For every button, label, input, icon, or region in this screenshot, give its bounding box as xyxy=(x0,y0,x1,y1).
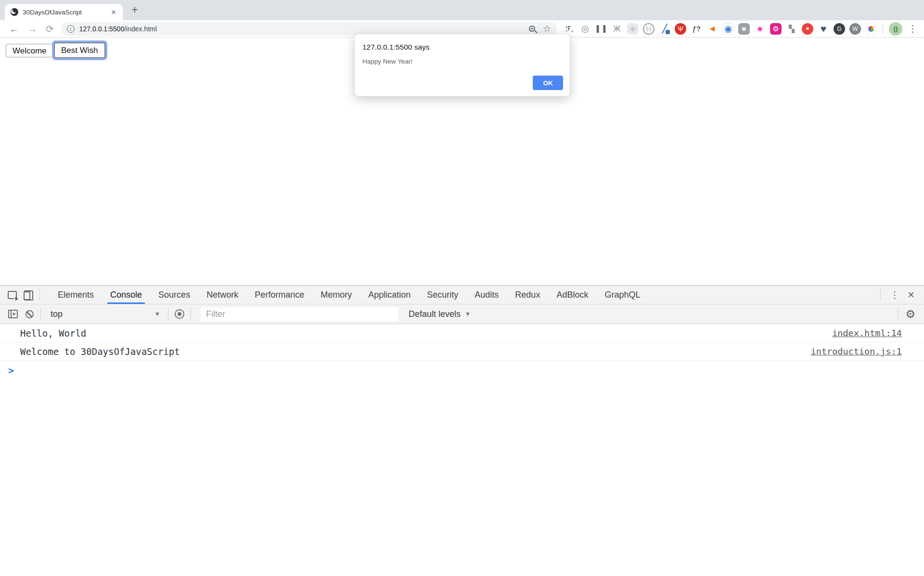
red-dot-icon[interactable]: ■ xyxy=(802,23,813,35)
devtools-tab-graphql[interactable]: GraphQL xyxy=(596,286,648,304)
bookmark-star-icon[interactable]: ☆ xyxy=(543,24,551,33)
best-wish-button[interactable]: Best Wish xyxy=(54,42,105,58)
devtools-tab-console[interactable]: Console xyxy=(102,286,150,304)
address-bar[interactable]: 127.0.0.1:5500/index.html ☆ xyxy=(61,22,557,36)
chevron-down-icon: ▼ xyxy=(465,311,471,317)
welcome-button[interactable]: Welcome xyxy=(6,44,53,57)
console-settings-gear-icon[interactable]: ⚙ xyxy=(901,309,919,320)
alert-dialog-title: 127.0.0.1:5500 says xyxy=(362,43,562,52)
console-toolbar-divider xyxy=(191,308,191,320)
devtools-divider xyxy=(39,288,40,301)
console-toolbar-divider xyxy=(168,308,168,320)
reload-icon[interactable]: ⟳ xyxy=(46,24,54,34)
megaphone-icon[interactable]: ◄ xyxy=(706,23,718,35)
devtools-tab-redux[interactable]: Redux xyxy=(507,286,548,304)
script-f-icon[interactable]: ℱ, xyxy=(564,23,575,35)
console-prompt[interactable]: > xyxy=(0,361,924,380)
braces-icon[interactable]: {-} xyxy=(643,23,654,35)
console-filter-input[interactable] xyxy=(201,307,398,321)
blocks-icon[interactable]: ▚ xyxy=(786,23,797,35)
url-text: 127.0.0.1:5500/index.html xyxy=(79,25,157,33)
bug-icon[interactable]: Ж xyxy=(611,23,623,35)
profile-avatar[interactable]: {} xyxy=(889,22,902,36)
site-info-icon[interactable] xyxy=(67,25,75,33)
split-bars-icon[interactable]: ▌▐ xyxy=(595,23,607,35)
live-expression-eye-icon[interactable] xyxy=(171,307,188,321)
devtools-tab-network[interactable]: Network xyxy=(198,286,246,304)
clear-console-icon[interactable] xyxy=(21,307,38,321)
tab-favicon-globe-icon xyxy=(11,8,18,16)
browser-tab[interactable]: 30DaysOfJavaScript × xyxy=(5,4,123,20)
orbit-icon[interactable]: ◎ xyxy=(579,23,591,35)
zoom-indicator-icon[interactable] xyxy=(529,26,535,32)
back-icon[interactable]: ← xyxy=(9,24,19,34)
log-levels-value: Default levels xyxy=(409,309,461,319)
camera-icon[interactable]: ◉ xyxy=(738,23,750,35)
devtools-menu-icon[interactable]: ⋮ xyxy=(884,289,906,301)
devtools-tab-bar: Elements Console Sources Network Perform… xyxy=(0,286,924,304)
devtools-divider xyxy=(880,288,881,301)
pink-gear-icon[interactable]: ⚙ xyxy=(770,23,782,35)
console-message-row: Welcome to 30DaysOfJavaScript introducti… xyxy=(0,342,924,361)
tab-title: 30DaysOfJavaScript xyxy=(23,9,110,16)
alert-ok-button[interactable]: OK xyxy=(533,76,563,90)
new-tab-button[interactable]: + xyxy=(128,3,141,16)
devtools-tab-audits[interactable]: Audits xyxy=(466,286,507,304)
gauge-icon[interactable]: G xyxy=(834,23,845,35)
eyedropper-icon[interactable]: ╱ xyxy=(659,23,670,35)
tab-close-icon[interactable]: × xyxy=(110,7,117,17)
devtools-close-icon[interactable]: × xyxy=(906,289,920,301)
f-question-icon[interactable]: ƒ? xyxy=(691,23,702,35)
inspect-element-icon[interactable] xyxy=(4,288,20,302)
browser-tab-strip: 30DaysOfJavaScript × + xyxy=(0,0,924,20)
devtools-tabs: Elements Console Sources Network Perform… xyxy=(50,286,648,304)
alert-dialog: 127.0.0.1:5500 says Happy New Year! OK xyxy=(355,34,570,96)
alert-dialog-message: Happy New Year! xyxy=(362,58,562,65)
console-toolbar-divider xyxy=(898,308,898,320)
heart-search-icon[interactable]: ♥ xyxy=(818,23,829,35)
rainbow-ring-icon[interactable] xyxy=(865,23,877,35)
console-source-link[interactable]: index.html:14 xyxy=(832,328,902,338)
context-selected-value: top xyxy=(51,309,63,319)
chevron-down-icon: ▼ xyxy=(154,311,160,317)
browser-menu-icon[interactable]: ⋮ xyxy=(908,23,917,34)
console-message-row: Hello, World index.html:14 xyxy=(0,324,924,342)
console-source-link[interactable]: introduction.js:1 xyxy=(811,346,902,356)
devtools-tab-elements[interactable]: Elements xyxy=(50,286,102,304)
console-message-text: Welcome to 30DaysOfJavaScript xyxy=(20,346,811,357)
forward-icon[interactable]: → xyxy=(27,24,37,34)
devtools-tab-adblock[interactable]: AdBlock xyxy=(548,286,596,304)
console-messages: Hello, World index.html:14 Welcome to 30… xyxy=(0,324,924,361)
url-path: /index.html xyxy=(124,25,157,33)
pink-star-icon[interactable]: ★ xyxy=(754,23,766,35)
devtools-tab-sources[interactable]: Sources xyxy=(150,286,198,304)
stop-hand-icon[interactable]: Ψ xyxy=(675,23,686,35)
toolbar-divider xyxy=(883,24,883,34)
console-message-text: Hello, World xyxy=(20,328,832,339)
url-host: 127.0.0.1:5500 xyxy=(79,25,124,33)
log-levels-selector[interactable]: Default levels ▼ xyxy=(409,309,471,319)
console-toolbar: top ▼ Default levels ▼ ⚙ xyxy=(0,304,924,324)
w-circle-icon[interactable]: W xyxy=(849,23,861,35)
extension-icons: ℱ, ◎ ▌▐ Ж ∗ {-} ╱ Ψ ƒ? ◄ ◉ ◉ ★ ⚙ ▚ xyxy=(564,23,877,35)
devtools-tab-performance[interactable]: Performance xyxy=(246,286,312,304)
devtools-tab-memory[interactable]: Memory xyxy=(312,286,360,304)
console-toolbar-divider xyxy=(40,308,41,320)
console-sidebar-toggle-icon[interactable] xyxy=(5,307,21,321)
flower-icon[interactable]: ∗ xyxy=(627,23,639,35)
devtools-panel: Elements Console Sources Network Perform… xyxy=(0,285,924,576)
execution-context-selector[interactable]: top ▼ xyxy=(46,304,165,324)
blue-sphere-icon[interactable]: ◉ xyxy=(722,23,734,35)
devtools-tab-security[interactable]: Security xyxy=(419,286,466,304)
console-prompt-chevron-icon: > xyxy=(8,365,14,376)
devtools-tab-application[interactable]: Application xyxy=(360,286,419,304)
device-toolbar-icon[interactable] xyxy=(20,288,37,302)
